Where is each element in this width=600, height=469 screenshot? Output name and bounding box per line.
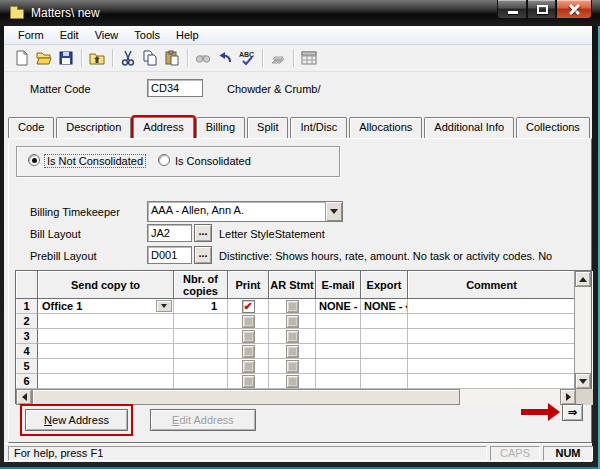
comment-cell[interactable] (408, 299, 576, 314)
tab-additional-info[interactable]: Additional Info (424, 117, 514, 138)
header-print[interactable]: Print (228, 271, 269, 299)
maximize-button[interactable] (527, 0, 556, 19)
horizontal-scrollbar[interactable] (16, 389, 576, 405)
email-cell[interactable]: NONE - { (316, 299, 361, 314)
is-consolidated-label[interactable]: Is Consolidated (175, 155, 251, 167)
tab-billing[interactable]: Billing (196, 117, 245, 138)
bill-layout-input[interactable] (147, 224, 192, 242)
print-cell[interactable] (228, 344, 269, 359)
table-row[interactable]: 1 Office 1 1 ✔ NONE - { NONE - { (16, 299, 591, 314)
copies-cell[interactable] (174, 329, 228, 344)
next-address-arrow-button[interactable]: ⇒ (562, 404, 583, 421)
header-ar-stmt[interactable]: AR Stmt (269, 271, 316, 299)
send-copy-to-cell[interactable] (38, 329, 174, 344)
print-cell[interactable] (228, 314, 269, 329)
email-cell[interactable] (316, 344, 361, 359)
paste-icon[interactable] (161, 47, 183, 69)
folder-up-icon[interactable] (86, 47, 108, 69)
export-cell[interactable] (361, 359, 408, 374)
tab-description[interactable]: Description (56, 117, 131, 138)
new-address-button[interactable]: New Address (25, 409, 128, 431)
billing-timekeeper-combo[interactable]: AAA - Allen, Ann A. (147, 201, 343, 222)
print-cell[interactable]: ✔ (228, 299, 269, 314)
save-icon[interactable] (55, 47, 77, 69)
unchecked-checkbox-icon[interactable] (286, 330, 299, 343)
unchecked-checkbox-icon[interactable] (242, 330, 255, 343)
scroll-left-icon[interactable] (16, 389, 32, 405)
menu-help[interactable]: Help (168, 27, 207, 43)
ar-stmt-cell[interactable] (269, 299, 316, 314)
vertical-scrollbar[interactable] (574, 271, 591, 389)
cut-icon[interactable] (117, 47, 139, 69)
comment-cell[interactable] (408, 344, 576, 359)
unchecked-checkbox-icon[interactable] (242, 360, 255, 373)
comment-cell[interactable] (408, 359, 576, 374)
tab-allocations[interactable]: Allocations (349, 117, 422, 138)
menu-view[interactable]: View (87, 27, 127, 43)
scrollbar-thumb[interactable] (32, 389, 460, 405)
new-document-icon[interactable] (11, 47, 33, 69)
header-email[interactable]: E-mail (316, 271, 361, 299)
send-copy-to-cell[interactable] (38, 359, 174, 374)
send-copy-to-cell[interactable] (38, 344, 174, 359)
copies-cell[interactable] (174, 314, 228, 329)
prebill-layout-browse-button[interactable]: ... (194, 246, 212, 264)
copies-cell[interactable] (174, 344, 228, 359)
print-cell[interactable] (228, 329, 269, 344)
scroll-up-icon[interactable] (575, 271, 591, 287)
tab-split[interactable]: Split (247, 117, 288, 138)
comment-cell[interactable] (408, 314, 576, 329)
send-copy-to-cell[interactable] (38, 374, 174, 389)
ar-stmt-cell[interactable] (269, 329, 316, 344)
copies-cell[interactable] (174, 359, 228, 374)
minimize-button[interactable] (497, 0, 527, 19)
comment-cell[interactable] (408, 329, 576, 344)
table-row[interactable]: 6 (16, 374, 591, 389)
copies-cell[interactable]: 1 (174, 299, 228, 314)
is-not-consolidated-radio[interactable] (28, 154, 40, 166)
table-row[interactable]: 4 (16, 344, 591, 359)
email-cell[interactable] (316, 359, 361, 374)
email-cell[interactable] (316, 329, 361, 344)
bill-layout-browse-button[interactable]: ... (194, 224, 212, 242)
is-consolidated-radio[interactable] (158, 154, 170, 166)
tab-collections[interactable]: Collections (516, 117, 590, 138)
send-copy-to-cell[interactable]: Office 1 (38, 299, 174, 314)
ar-stmt-cell[interactable] (269, 359, 316, 374)
table-row[interactable]: 5 (16, 359, 591, 374)
menu-form[interactable]: Form (10, 27, 52, 43)
copies-cell[interactable] (174, 374, 228, 389)
menu-edit[interactable]: Edit (52, 27, 87, 43)
unchecked-checkbox-icon[interactable] (286, 300, 299, 313)
prebill-layout-input[interactable] (147, 246, 192, 264)
open-folder-icon[interactable] (33, 47, 55, 69)
print-cell[interactable] (228, 374, 269, 389)
scroll-down-icon[interactable] (575, 373, 591, 389)
tab-code[interactable]: Code (8, 117, 54, 138)
matter-code-input[interactable] (147, 79, 203, 97)
table-row[interactable]: 3 (16, 329, 591, 344)
email-cell[interactable] (316, 314, 361, 329)
header-export[interactable]: Export (361, 271, 408, 299)
print-cell[interactable] (228, 359, 269, 374)
undo-icon[interactable] (214, 47, 236, 69)
header-comment[interactable]: Comment (408, 271, 576, 299)
menu-tools[interactable]: Tools (126, 27, 168, 43)
spell-check-icon[interactable]: ABC (236, 47, 258, 69)
export-cell[interactable] (361, 329, 408, 344)
unchecked-checkbox-icon[interactable] (286, 345, 299, 358)
is-not-consolidated-label[interactable]: Is Not Consolidated (44, 154, 146, 168)
chevron-down-icon[interactable] (325, 202, 342, 221)
comment-cell[interactable] (408, 374, 576, 389)
copy-icon[interactable] (139, 47, 161, 69)
close-button[interactable] (556, 0, 592, 19)
ar-stmt-cell[interactable] (269, 314, 316, 329)
table-row[interactable]: 2 (16, 314, 591, 329)
tab-int-disc[interactable]: Int/Disc (290, 117, 347, 138)
unchecked-checkbox-icon[interactable] (242, 345, 255, 358)
scroll-right-icon[interactable] (560, 389, 576, 405)
title-bar[interactable]: Matters\ new (0, 0, 600, 26)
ar-stmt-cell[interactable] (269, 344, 316, 359)
chevron-down-icon[interactable] (156, 300, 172, 312)
export-cell[interactable]: NONE - { (361, 299, 408, 314)
